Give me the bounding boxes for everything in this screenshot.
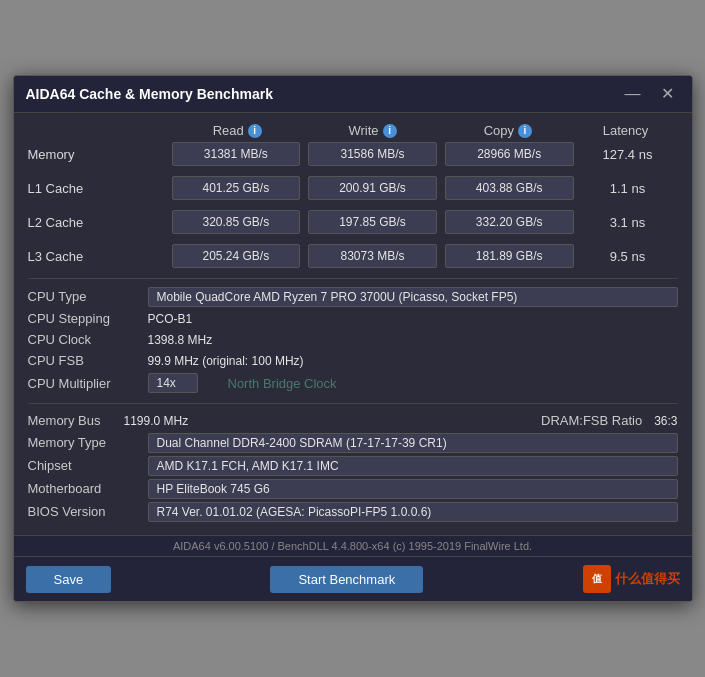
cpu-stepping-row: CPU Stepping PCO-B1 <box>28 310 678 328</box>
cpu-type-row: CPU Type Mobile QuadCore AMD Ryzen 7 PRO… <box>28 287 678 307</box>
cpu-clock-row: CPU Clock 1398.8 MHz <box>28 331 678 349</box>
memory-bus-label: Memory Bus <box>28 413 118 428</box>
bench-write-value: 200.91 GB/s <box>308 176 437 200</box>
bench-header: Read i Write i Copy i Latency <box>28 123 678 138</box>
motherboard-label: Motherboard <box>28 481 148 496</box>
table-row: Memory 31381 MB/s 31586 MB/s 28966 MB/s … <box>28 142 678 166</box>
window-title: AIDA64 Cache & Memory Benchmark <box>26 86 273 102</box>
cpu-fsb-value: 99.9 MHz (original: 100 MHz) <box>148 352 678 370</box>
bench-latency-value: 9.5 ns <box>578 249 678 264</box>
chipset-value: AMD K17.1 FCH, AMD K17.1 IMC <box>148 456 678 476</box>
table-row: L1 Cache 401.25 GB/s 200.91 GB/s 403.88 … <box>28 176 678 200</box>
bench-latency-value: 3.1 ns <box>578 215 678 230</box>
bench-read-value: 320.85 GB/s <box>172 210 301 234</box>
cpu-type-label: CPU Type <box>28 289 148 304</box>
table-row: L3 Cache 205.24 GB/s 83073 MB/s 181.89 G… <box>28 244 678 268</box>
chipset-label: Chipset <box>28 458 148 473</box>
chipset-row: Chipset AMD K17.1 FCH, AMD K17.1 IMC <box>28 456 678 476</box>
dram-fsb-col: DRAM:FSB Ratio 36:3 <box>541 412 678 430</box>
write-info-icon[interactable]: i <box>383 124 397 138</box>
bench-copy-value: 332.20 GB/s <box>445 210 574 234</box>
bench-read-value: 31381 MB/s <box>172 142 301 166</box>
status-bar: AIDA64 v6.00.5100 / BenchDLL 4.4.800-x64… <box>14 535 692 556</box>
watermark-text: 什么值得买 <box>615 570 680 588</box>
bios-row: BIOS Version R74 Ver. 01.01.02 (AGESA: P… <box>28 502 678 522</box>
cpu-multiplier-value: 14x <box>148 373 198 393</box>
window-controls: — ✕ <box>619 84 680 104</box>
cpu-info-section: CPU Type Mobile QuadCore AMD Ryzen 7 PRO… <box>28 287 678 393</box>
memory-type-label: Memory Type <box>28 435 148 450</box>
content-area: Read i Write i Copy i Latency Memory 313… <box>14 113 692 535</box>
section-divider-1 <box>28 278 678 279</box>
section-divider-2 <box>28 403 678 404</box>
header-read: Read i <box>170 123 305 138</box>
button-bar: Save Start Benchmark 值 什么值得买 <box>14 556 692 601</box>
watermark: 值 什么值得买 <box>583 565 680 593</box>
close-button[interactable]: ✕ <box>655 84 680 104</box>
memory-bus-col: Memory Bus 1199.0 MHz <box>28 412 534 430</box>
copy-info-icon[interactable]: i <box>518 124 532 138</box>
memory-info-section: Memory Bus 1199.0 MHz DRAM:FSB Ratio 36:… <box>28 412 678 522</box>
bench-read-value: 401.25 GB/s <box>172 176 301 200</box>
bench-copy-value: 403.88 GB/s <box>445 176 574 200</box>
cpu-clock-label: CPU Clock <box>28 332 148 347</box>
save-button[interactable]: Save <box>26 566 112 593</box>
header-copy: Copy i <box>440 123 575 138</box>
bench-row-label: L2 Cache <box>28 215 168 230</box>
header-write: Write i <box>305 123 440 138</box>
dram-fsb-value: 36:3 <box>654 412 677 430</box>
header-latency: Latency <box>575 123 675 138</box>
cpu-fsb-label: CPU FSB <box>28 353 148 368</box>
bench-write-value: 83073 MB/s <box>308 244 437 268</box>
bench-write-value: 31586 MB/s <box>308 142 437 166</box>
start-benchmark-button[interactable]: Start Benchmark <box>270 566 423 593</box>
dram-fsb-label: DRAM:FSB Ratio <box>541 413 642 428</box>
bench-latency-value: 127.4 ns <box>578 147 678 162</box>
bios-label: BIOS Version <box>28 504 148 519</box>
cpu-fsb-row: CPU FSB 99.9 MHz (original: 100 MHz) <box>28 352 678 370</box>
bench-copy-value: 181.89 GB/s <box>445 244 574 268</box>
watermark-icon: 值 <box>583 565 611 593</box>
memory-type-value: Dual Channel DDR4-2400 SDRAM (17-17-17-3… <box>148 433 678 453</box>
bench-row-label: L3 Cache <box>28 249 168 264</box>
read-info-icon[interactable]: i <box>248 124 262 138</box>
bench-copy-value: 28966 MB/s <box>445 142 574 166</box>
cpu-stepping-label: CPU Stepping <box>28 311 148 326</box>
bench-read-value: 205.24 GB/s <box>172 244 301 268</box>
north-bridge-label: North Bridge Clock <box>228 376 337 391</box>
bench-row-label: L1 Cache <box>28 181 168 196</box>
bench-row-label: Memory <box>28 147 168 162</box>
motherboard-value: HP EliteBook 745 G6 <box>148 479 678 499</box>
status-text: AIDA64 v6.00.5100 / BenchDLL 4.4.800-x64… <box>173 540 532 552</box>
memory-bus-value: 1199.0 MHz <box>124 412 534 430</box>
title-bar: AIDA64 Cache & Memory Benchmark — ✕ <box>14 76 692 113</box>
bench-rows: Memory 31381 MB/s 31586 MB/s 28966 MB/s … <box>28 142 678 268</box>
memory-type-row: Memory Type Dual Channel DDR4-2400 SDRAM… <box>28 433 678 453</box>
bench-latency-value: 1.1 ns <box>578 181 678 196</box>
cpu-clock-value: 1398.8 MHz <box>148 331 678 349</box>
motherboard-row: Motherboard HP EliteBook 745 G6 <box>28 479 678 499</box>
cpu-stepping-value: PCO-B1 <box>148 310 678 328</box>
main-window: AIDA64 Cache & Memory Benchmark — ✕ Read… <box>13 75 693 602</box>
minimize-button[interactable]: — <box>619 84 647 104</box>
cpu-multiplier-label: CPU Multiplier <box>28 376 148 391</box>
bios-value: R74 Ver. 01.01.02 (AGESA: PicassoPI-FP5 … <box>148 502 678 522</box>
bench-write-value: 197.85 GB/s <box>308 210 437 234</box>
table-row: L2 Cache 320.85 GB/s 197.85 GB/s 332.20 … <box>28 210 678 234</box>
cpu-type-value: Mobile QuadCore AMD Ryzen 7 PRO 3700U (P… <box>148 287 678 307</box>
header-label-col <box>30 123 170 138</box>
cpu-multiplier-row: CPU Multiplier 14x North Bridge Clock <box>28 373 678 393</box>
memory-bus-dram-row: Memory Bus 1199.0 MHz DRAM:FSB Ratio 36:… <box>28 412 678 430</box>
